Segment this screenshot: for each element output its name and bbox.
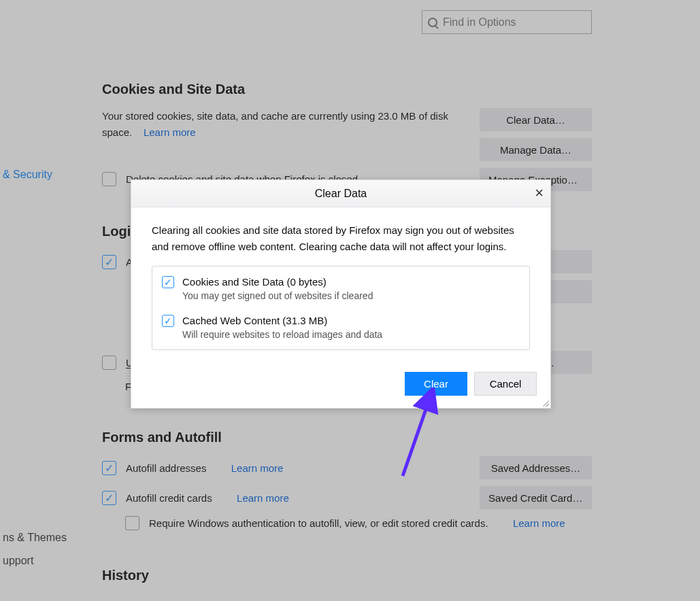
option-cache[interactable]: ✓ Cached Web Content (31.3 MB) Will requ… <box>152 308 529 347</box>
close-icon[interactable]: × <box>535 184 544 202</box>
option-cookies-title: Cookies and Site Data (0 bytes) <box>182 276 373 288</box>
option-cache-checkbox[interactable]: ✓ <box>162 315 174 327</box>
option-cache-title: Cached Web Content (31.3 MB) <box>182 315 382 326</box>
dialog-header: Clear Data × <box>131 180 550 207</box>
option-cache-sub: Will require websites to reload images a… <box>182 329 382 340</box>
option-cookies-sub: You may get signed out of websites if cl… <box>182 290 373 301</box>
option-cookies-checkbox[interactable]: ✓ <box>162 276 174 288</box>
resize-grip-icon[interactable] <box>541 398 549 407</box>
clear-data-dialog: Clear Data × Clearing all cookies and si… <box>131 179 551 409</box>
dialog-title: Clear Data <box>315 188 367 200</box>
cancel-button[interactable]: Cancel <box>474 372 537 396</box>
dialog-description: Clearing all cookies and site data store… <box>152 222 530 255</box>
clear-button[interactable]: Clear <box>405 372 467 396</box>
clear-options: ✓ Cookies and Site Data (0 bytes) You ma… <box>152 266 530 350</box>
option-cookies[interactable]: ✓ Cookies and Site Data (0 bytes) You ma… <box>152 269 529 308</box>
